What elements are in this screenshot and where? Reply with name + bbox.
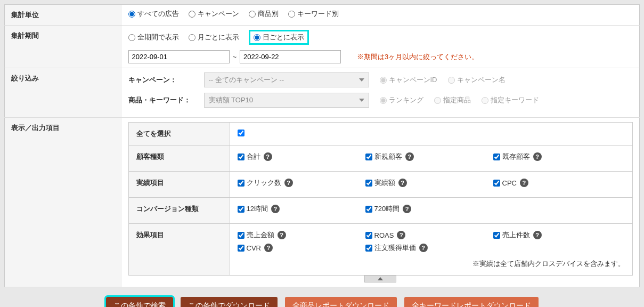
campaign-id-radio[interactable]: キャンペーンID	[380, 75, 437, 85]
output-header: 表示／出力項目	[5, 118, 122, 287]
product-select[interactable]: 実績額 TOP10	[204, 93, 369, 108]
search-button[interactable]: この条件で検索	[106, 297, 173, 307]
output-table: 全てを選択 顧客種類 合計? 新規顧客? 既存顧客? 実績項目 クリック数? 実	[128, 122, 633, 276]
date-to-input[interactable]	[240, 50, 341, 63]
chevron-down-icon	[359, 99, 364, 102]
check-clicks[interactable]: クリック数?	[238, 178, 365, 188]
help-icon[interactable]: ?	[284, 179, 293, 187]
campaign-label: キャンペーン：	[128, 75, 198, 85]
help-icon[interactable]: ?	[271, 205, 280, 213]
check-new-customer[interactable]: 新規顧客?	[365, 152, 493, 161]
check-order-cost[interactable]: 注文獲得単価?	[365, 243, 493, 253]
help-icon[interactable]: ?	[419, 244, 428, 252]
unit-header: 集計単位	[5, 5, 122, 26]
tilde: ~	[233, 53, 237, 61]
date-from-input[interactable]	[128, 50, 230, 63]
select-all-checkbox[interactable]	[238, 130, 244, 136]
period-radio-day[interactable]: 日ごとに表示	[249, 30, 309, 45]
period-header: 集計期間	[5, 26, 122, 68]
filter-header: 絞り込み	[5, 68, 122, 118]
customer-type-header: 顧客種類	[128, 146, 230, 172]
chevron-down-icon	[359, 78, 364, 82]
filter-campaign-row: キャンペーン： -- 全てのキャンペーン -- キャンペーンID キャンペーン名	[128, 72, 633, 87]
collapse-handle[interactable]	[364, 275, 396, 282]
period-warning: ※期間は3ヶ月以内に絞ってください。	[357, 52, 478, 62]
unit-radio-all[interactable]: すべての広告	[128, 9, 179, 19]
help-icon[interactable]: ?	[398, 179, 407, 187]
all-keywords-button[interactable]: 全キーワードレポートダウンロード	[404, 297, 539, 307]
all-products-button[interactable]: 全商品レポートダウンロード	[285, 297, 397, 307]
help-icon[interactable]: ?	[278, 231, 286, 239]
specific-keyword-radio[interactable]: 指定キーワード	[482, 95, 539, 105]
check-cvr[interactable]: CVR?	[238, 243, 365, 253]
help-icon[interactable]: ?	[264, 244, 273, 252]
download-button[interactable]: この条件でダウンロード	[181, 297, 278, 307]
check-sales-count[interactable]: 売上件数?	[493, 230, 621, 240]
help-icon[interactable]: ?	[397, 231, 405, 239]
help-icon[interactable]: ?	[533, 152, 542, 161]
check-cpc[interactable]: CPC?	[493, 178, 621, 188]
check-sales-amount[interactable]: 売上金額?	[238, 230, 365, 240]
filter-product-row: 商品・キーワード： 実績額 TOP10 ランキング 指定商品 指定キーワード	[128, 93, 633, 108]
effect-header: 効果項目	[128, 224, 230, 276]
product-label: 商品・キーワード：	[128, 95, 198, 105]
period-radio-all[interactable]: 全期間で表示	[128, 33, 179, 42]
conversion-header: コンバージョン種類	[128, 198, 230, 224]
check-720h[interactable]: 720時間?	[365, 204, 493, 214]
ranking-radio[interactable]: ランキング	[380, 95, 423, 105]
unit-radio-campaign[interactable]: キャンペーン	[189, 9, 239, 19]
campaign-select[interactable]: -- 全てのキャンペーン --	[204, 72, 369, 87]
chevron-up-icon	[378, 277, 383, 280]
performance-header: 実績項目	[128, 172, 230, 198]
check-existing-customer[interactable]: 既存顧客?	[493, 152, 621, 161]
select-all-header: 全てを選択	[128, 123, 230, 146]
period-radio-group: 全期間で表示 月ごとに表示 日ごとに表示	[128, 30, 633, 45]
check-amount[interactable]: 実績額?	[365, 178, 493, 188]
period-radio-month[interactable]: 月ごとに表示	[189, 33, 239, 42]
check-12h[interactable]: 12時間?	[238, 204, 365, 214]
unit-radio-product[interactable]: 商品別	[249, 9, 279, 19]
settings-table: 集計単位 すべての広告 キャンペーン 商品別 キーワード別 集計期間 全期間で表…	[4, 4, 640, 287]
help-icon[interactable]: ?	[403, 205, 411, 213]
help-icon[interactable]: ?	[405, 152, 414, 161]
specific-product-radio[interactable]: 指定商品	[434, 95, 471, 105]
unit-radio-group: すべての広告 キャンペーン 商品別 キーワード別	[128, 9, 633, 19]
check-total[interactable]: 合計?	[238, 152, 365, 161]
output-note: ※実績は全て店舗内クロスデバイスを含みます。	[238, 259, 625, 269]
unit-radio-keyword[interactable]: キーワード別	[288, 9, 339, 19]
help-icon[interactable]: ?	[533, 231, 542, 239]
help-icon[interactable]: ?	[520, 179, 528, 187]
check-roas[interactable]: ROAS?	[365, 230, 493, 240]
campaign-name-radio[interactable]: キャンペーン名	[448, 75, 506, 85]
button-row: この条件で検索 この条件でダウンロード 全商品レポートダウンロード 全キーワード…	[4, 297, 640, 307]
help-icon[interactable]: ?	[264, 152, 272, 161]
